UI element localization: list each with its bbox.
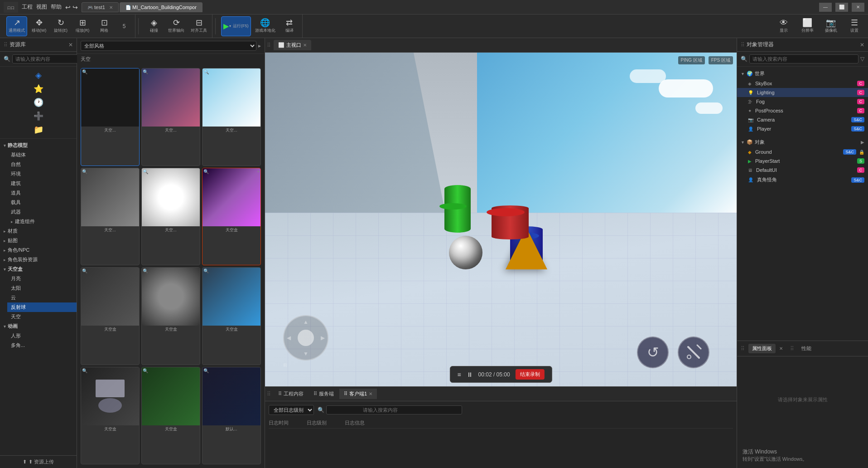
close-btn[interactable]: ✕ [852, 3, 864, 12]
asset-icon-select[interactable]: ◈ [35, 70, 42, 80]
tree-props[interactable]: 道具 [7, 188, 77, 198]
rotate-tool-btn[interactable]: ↻ 旋转(E) [51, 16, 71, 36]
asset-thumb-10[interactable]: 🔍 天空盒 [141, 367, 200, 465]
props-panel-close[interactable]: ✕ [779, 346, 783, 351]
move-tool-btn[interactable]: ✥ 移动(W) [29, 16, 49, 36]
run-btn[interactable]: ▶ ▾ 运行(F5) [221, 16, 251, 36]
asset-icon-clock[interactable]: 🕐 [34, 98, 43, 107]
tree-nature[interactable]: 自然 [7, 160, 77, 169]
menu-help[interactable]: 帮助 [51, 3, 62, 11]
obj-item-playerstart[interactable]: ▶ PlayerStart S [737, 156, 868, 166]
rec-menu-btn[interactable]: ≡ [457, 371, 461, 378]
bottom-tab-server[interactable]: ⠿ 服务端 [309, 389, 338, 399]
bottom-tab-project[interactable]: ⠿ 工程内容 [274, 389, 308, 399]
tree-basic[interactable]: 基础体 [7, 150, 77, 160]
object-search-input[interactable] [749, 54, 858, 63]
tree-architecture[interactable]: 建筑 [7, 179, 77, 188]
style-select[interactable]: 全部风格 [81, 41, 256, 51]
asset-thumb-7[interactable]: 🔍 天空盒 [141, 267, 200, 365]
obj-item-postprocess[interactable]: ✦ PostProcess C [737, 106, 868, 115]
asset-thumb-11[interactable]: 🔍 默认... [202, 367, 261, 465]
minimize-btn[interactable]: — [819, 3, 832, 12]
step-btn[interactable]: 5 [116, 16, 132, 36]
asset-thumb-1[interactable]: 🔍 天空... [141, 68, 200, 166]
obj-item-defaultui[interactable]: 🖥 DefaultUI C [737, 166, 868, 175]
tree-material[interactable]: 材质 [0, 226, 77, 236]
tree-vehicle[interactable]: 载具 [7, 198, 77, 207]
undo-btn[interactable]: ↩ [65, 4, 71, 11]
asset-thumb-0[interactable]: 🔍 天空... [81, 68, 140, 166]
display-btn[interactable]: 👁 显示 [774, 16, 794, 36]
joystick-inner[interactable] [298, 330, 314, 346]
menu-project[interactable]: 工程 [22, 3, 33, 11]
tree-static-models[interactable]: 静态模型 [0, 141, 77, 150]
tab-1-close[interactable]: ✕ [109, 5, 113, 10]
tree-npc[interactable]: 角色/NPC [0, 245, 77, 255]
asset-icon-star[interactable]: ⭐ [34, 84, 43, 94]
obj-item-lighting[interactable]: 💡 Lighting C [737, 88, 868, 97]
props-tab-attributes[interactable]: 属性面板 [748, 344, 776, 353]
asset-thumb-2[interactable]: 🔍 天空... [202, 68, 261, 166]
viewport-tab-close[interactable]: ✕ [303, 43, 307, 48]
obj-item-ground[interactable]: ◆ Ground S&C 🔒 [737, 147, 868, 156]
bottom-tab-client[interactable]: ⠿ 客户端1 ✕ [339, 389, 377, 399]
viewport-joystick[interactable]: ▲ ▼ ◀ ▶ 前 [283, 315, 328, 368]
log-filter-select[interactable]: 全部日志级别 [269, 405, 314, 415]
props-tab-performance[interactable]: 性能 [798, 344, 815, 353]
collision-btn[interactable]: ◈ 碰撞 [144, 16, 164, 36]
asset-thumb-8[interactable]: 🔍 天空盒 [202, 267, 261, 365]
tree-character-costume[interactable]: 角色装扮资源 [0, 255, 77, 264]
obj-item-character[interactable]: 👤 真角怪角 S&C [737, 175, 868, 185]
asset-thumb-3[interactable]: 🔍 天空... [81, 168, 140, 266]
tree-multi[interactable]: 多角... [7, 341, 77, 350]
asset-thumb-4[interactable]: 🔍 天空... [141, 168, 200, 266]
file-tab-2[interactable]: 📄 MI_Cartoon_BuildingCompor [120, 2, 203, 12]
tree-moon[interactable]: 月亮 [7, 274, 77, 283]
world-section-header[interactable]: ▼ 🌍 世界 [737, 68, 868, 79]
menu-view[interactable]: 视图 [36, 3, 47, 11]
align-btn[interactable]: ⊟ 对齐工具 [188, 16, 209, 36]
object-manager-close[interactable]: ✕ [860, 42, 864, 48]
asset-thumb-6[interactable]: 🔍 天空盒 [81, 267, 140, 365]
tree-weapons[interactable]: 武器 [7, 207, 77, 217]
obj-item-player[interactable]: 👤 Player S&C [737, 124, 868, 133]
asset-panel-close[interactable]: ✕ [68, 42, 73, 48]
obj-item-fog[interactable]: 🌫 Fog C [737, 97, 868, 106]
tree-reflection-sphere[interactable]: 反射球 [7, 302, 77, 312]
camera-btn[interactable]: 📷 摄像机 [821, 16, 841, 36]
scale-tool-btn[interactable]: ⊞ 缩放(R) [72, 16, 92, 36]
action-rotate-btn[interactable]: ↺ [637, 336, 669, 368]
resolution-btn[interactable]: ⬜ 分辨率 [797, 16, 817, 36]
compile-btn[interactable]: ⇄ 编译 [280, 16, 299, 36]
viewport[interactable]: PING 区域 FPS 区域 ▲ ▼ ◀ ▶ 前 [265, 53, 737, 386]
tree-cloud[interactable]: 云 [7, 293, 77, 302]
tree-humanoid[interactable]: 人形 [7, 331, 77, 341]
tree-texture[interactable]: 贴图 [0, 236, 77, 245]
rec-stop-btn[interactable]: 结束录制 [516, 369, 545, 380]
object-section-header[interactable]: ▼ 📦 对象 ▶ [737, 137, 868, 147]
localize-btn[interactable]: 🌐 游戏本地化 [253, 16, 278, 36]
viewport-tab-main[interactable]: ⬜ 主视口 ✕ [274, 40, 311, 50]
tree-sun[interactable]: 太阳 [7, 283, 77, 293]
tree-skybox[interactable]: 天空盒 [0, 264, 77, 274]
tree-environment[interactable]: 环境 [7, 169, 77, 179]
asset-thumb-9[interactable]: 🔍 天空盒 [81, 367, 140, 465]
tree-sky[interactable]: 天空 [7, 312, 77, 322]
object-filter-btn[interactable]: ▽ [860, 56, 864, 62]
tree-building-parts[interactable]: 建造组件 [7, 217, 77, 226]
settings-btn[interactable]: ☰ 设置 [844, 16, 864, 36]
grid-btn[interactable]: ⊡ 网格 [94, 16, 114, 36]
bottom-tab-client-close[interactable]: ✕ [369, 391, 372, 396]
joystick-outer[interactable]: ▲ ▼ ◀ ▶ [283, 315, 328, 361]
asset-browser-close[interactable]: ▸ [258, 43, 261, 49]
asset-icon-plus[interactable]: ➕ [34, 111, 43, 121]
redo-btn[interactable]: ↪ [72, 4, 78, 11]
asset-search-input[interactable] [12, 54, 81, 63]
tree-animation[interactable]: 动画 [0, 322, 77, 331]
universal-mode-btn[interactable]: ↗ 通用模式 [6, 16, 27, 36]
world-axis-btn[interactable]: ⟳ 世界轴向 [166, 16, 187, 36]
log-search-input[interactable] [326, 405, 462, 414]
asset-thumb-5[interactable]: 🔍 + 天空盒 [202, 168, 261, 266]
rec-pause-btn[interactable]: ⏸ [467, 371, 473, 378]
obj-item-skybox[interactable]: ◈ SkyBox C [737, 79, 868, 88]
